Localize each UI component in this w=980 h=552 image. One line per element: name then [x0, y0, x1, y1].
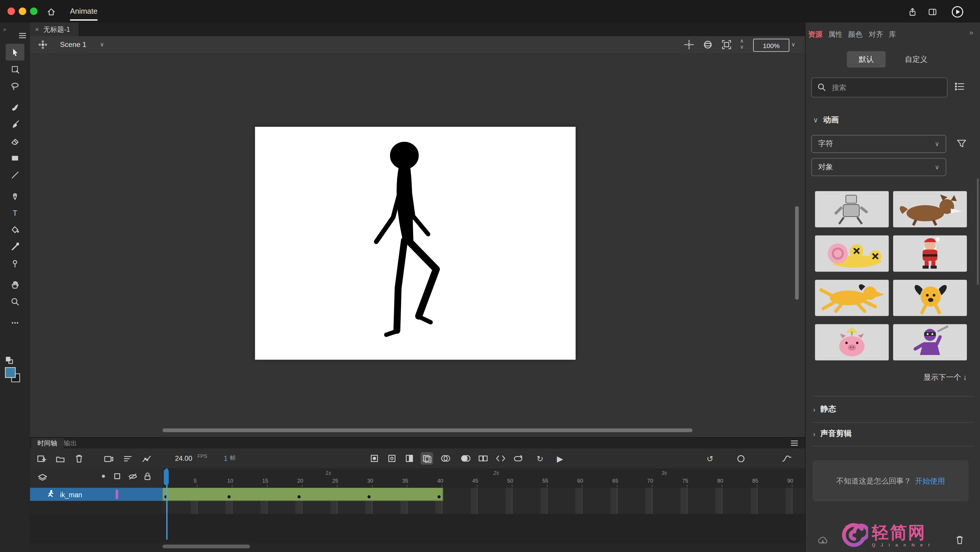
loop-frames-icon[interactable]	[512, 452, 524, 465]
rewind-icon[interactable]: ↺	[704, 452, 716, 465]
add-blank-keyframe-icon[interactable]	[386, 452, 398, 465]
panel-tab-properties[interactable]: 属性	[828, 30, 842, 39]
stage[interactable]	[255, 127, 576, 360]
asset-thumbnail-mummy[interactable]	[815, 191, 889, 227]
fill-color-swatch[interactable]	[5, 367, 16, 378]
document-tab[interactable]: × 无标题-1	[30, 22, 80, 36]
asset-warp-tool[interactable]	[6, 255, 24, 272]
asset-thumbnail-ninja[interactable]	[893, 324, 967, 360]
cloud-sync-icon[interactable]	[817, 536, 829, 545]
minimize-window-button[interactable]	[19, 8, 26, 15]
timeline-panel-menu-icon[interactable]	[790, 440, 799, 447]
center-stage-icon[interactable]	[684, 39, 694, 50]
panel-tab-align[interactable]: 对齐	[869, 30, 883, 39]
more-tools-button[interactable]	[6, 314, 24, 331]
outline-column-icon[interactable]	[114, 473, 121, 480]
search-input[interactable]	[830, 79, 944, 95]
zoom-window-button[interactable]	[30, 8, 38, 15]
panel-overflow-icon[interactable]: »	[969, 29, 973, 36]
canvas-pasteboard[interactable]	[30, 53, 805, 437]
frames-area[interactable]	[162, 488, 805, 514]
onion-skin-button[interactable]	[421, 452, 433, 465]
dock-menu-icon[interactable]	[18, 32, 27, 39]
eyedropper-tool[interactable]	[6, 238, 24, 255]
asset-thumbnail-pig[interactable]	[815, 324, 889, 360]
dock-collapse-icon[interactable]: »	[3, 26, 6, 32]
insert-frame-icon[interactable]	[403, 452, 415, 465]
camera-icon[interactable]	[102, 452, 115, 465]
highlight-column-icon[interactable]	[102, 475, 105, 478]
text-tool[interactable]: T	[6, 204, 24, 221]
clip-content-icon[interactable]	[721, 39, 732, 50]
hand-tool[interactable]	[6, 276, 24, 293]
free-transform-tool[interactable]	[6, 60, 24, 78]
zoom-tool[interactable]	[6, 293, 24, 310]
panel-tab-assets[interactable]: 资源	[808, 30, 822, 39]
record-play-icon[interactable]	[951, 6, 964, 18]
onion-skin-outline-icon[interactable]	[439, 452, 452, 465]
lock-column-icon[interactable]	[144, 472, 151, 480]
visibility-column-icon[interactable]	[128, 473, 137, 480]
workspace-layout-icon[interactable]	[926, 6, 939, 18]
close-document-icon[interactable]: ×	[35, 25, 39, 33]
default-colors-icon[interactable]	[5, 356, 14, 365]
layers-stack-icon[interactable]	[38, 473, 48, 482]
delete-layer-icon[interactable]	[73, 452, 85, 465]
show-next-button[interactable]: 显示下一个 ↓	[868, 372, 967, 383]
character-filter-dropdown[interactable]: 字符 ∨	[811, 135, 946, 153]
asset-thumbnail-running-dog[interactable]	[815, 280, 889, 316]
edit-multiple-frames-icon[interactable]	[477, 452, 489, 465]
eraser-tool[interactable]	[6, 132, 24, 149]
object-filter-dropdown[interactable]: 对象 ∨	[811, 158, 946, 176]
insert-keyframe-icon[interactable]	[35, 452, 48, 465]
layer-depth-icon[interactable]	[140, 452, 153, 465]
canvas-vertical-scrollbar[interactable]	[795, 206, 799, 300]
scene-name[interactable]: Scene 1	[60, 41, 86, 48]
close-window-button[interactable]	[8, 8, 15, 15]
keyframe-dot[interactable]	[228, 495, 231, 498]
loop-playback-icon[interactable]: ↻	[534, 452, 546, 465]
rectangle-tool[interactable]	[6, 149, 24, 166]
canvas-horizontal-scrollbar[interactable]	[162, 428, 692, 432]
mode-custom-button[interactable]: 自定义	[897, 51, 935, 68]
keyframe-dot[interactable]	[368, 495, 371, 498]
asset-thumbnail-snail[interactable]	[815, 235, 889, 272]
play-button[interactable]: ▶	[554, 452, 566, 465]
playhead-handle[interactable]	[164, 469, 169, 485]
frame-span[interactable]	[162, 488, 443, 501]
zoom-dropdown-icon[interactable]: ∨	[791, 41, 795, 47]
panel-scrollbar[interactable]	[977, 179, 978, 285]
asset-thumbnail-dog[interactable]	[893, 280, 967, 316]
layer-parenting-icon[interactable]	[121, 452, 134, 465]
paint-bucket-tool[interactable]	[6, 221, 24, 238]
scene-dropdown-icon[interactable]: ∨	[100, 41, 104, 47]
keyframe-dot[interactable]	[298, 495, 301, 498]
onion-skin-range-icon[interactable]	[460, 452, 472, 465]
search-box[interactable]	[811, 78, 947, 98]
rotate-view-icon[interactable]	[703, 39, 713, 50]
timeline-horizontal-scrollbar[interactable]	[162, 545, 250, 549]
layer-color-chip[interactable]	[116, 490, 118, 499]
pen-tool[interactable]	[6, 187, 24, 204]
code-icon[interactable]	[495, 452, 507, 465]
frame-marker-circle-icon[interactable]	[734, 452, 747, 465]
asset-thumbnail-santa[interactable]	[893, 235, 967, 272]
filter-icon[interactable]	[956, 139, 967, 148]
view-options-icon[interactable]	[955, 82, 965, 91]
current-frame-value[interactable]: 1	[224, 455, 228, 462]
zoom-stepper[interactable]: ∧∨	[740, 38, 744, 50]
panel-tab-library[interactable]: 库	[889, 30, 896, 39]
ease-curve-icon[interactable]	[781, 452, 793, 465]
section-animation[interactable]: ∨ 动画	[813, 115, 839, 125]
mode-default-button[interactable]: 默认	[847, 51, 886, 68]
section-sound-clips[interactable]: › 声音剪辑	[813, 428, 852, 439]
fluid-brush-tool[interactable]	[6, 99, 24, 116]
zoom-level-box[interactable]: 100%	[753, 39, 789, 52]
lasso-tool[interactable]	[6, 78, 24, 94]
asset-thumbnail-wolf[interactable]	[893, 191, 967, 227]
keyframe-dot[interactable]	[438, 495, 441, 498]
selection-tool[interactable]	[6, 44, 24, 60]
tab-output[interactable]: 输出	[57, 438, 83, 448]
panel-tab-colors[interactable]: 颜色	[848, 30, 862, 39]
timeline-empty-area[interactable]	[30, 514, 805, 543]
